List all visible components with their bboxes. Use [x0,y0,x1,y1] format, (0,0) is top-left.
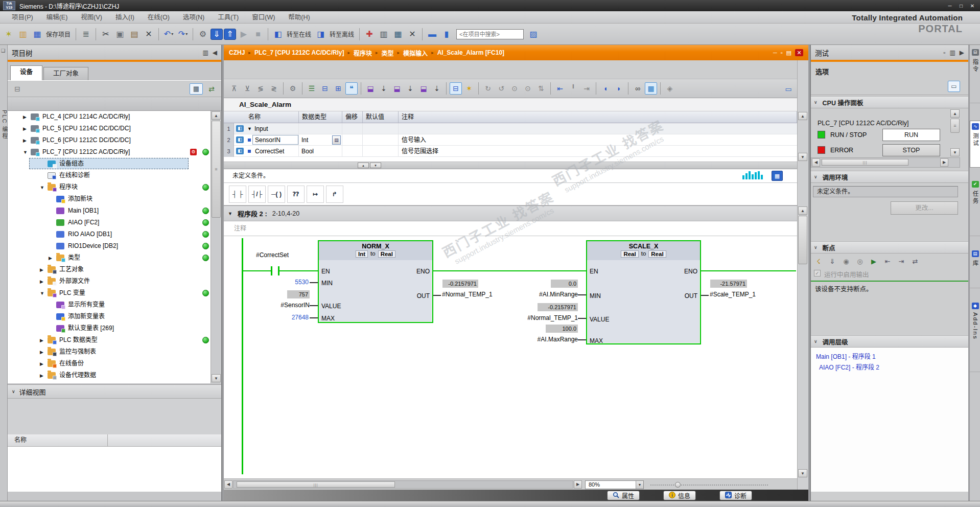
menu-插入I[interactable]: 插入(I) [109,11,141,24]
lad-toolbar-icon-29[interactable]: ╹ [567,82,579,95]
resume-icon[interactable]: ▶ [868,257,879,266]
inspector-tab-info[interactable]: i信息 [663,491,696,500]
lad-toolbar-icon-16[interactable]: ⬓ [417,82,430,95]
splitter-down-icon[interactable]: ▼ [370,163,381,168]
tree-item[interactable]: ▶PLC 数据类型 [8,334,211,346]
run-button[interactable]: RUN [882,129,940,141]
cpu-scroll-right-icon[interactable]: ▶ [940,158,948,167]
tree-item[interactable]: 显示所有变量 [8,299,211,311]
lad-toolbar-icon-23[interactable]: ↺ [495,82,507,95]
menu-项目P[interactable]: 项目(P) [5,11,40,24]
cpu-hscrollbar[interactable]: ◀ ||| ▶ [811,157,960,168]
expander-collapsed-icon[interactable]: ▶ [40,373,43,378]
compile-icon[interactable]: ⚙ [196,28,209,41]
cpu-scroll-thumb[interactable]: ≡ [950,119,960,133]
lad-toolbar-icon-32[interactable]: ◖ [599,82,612,95]
new-project-icon[interactable]: ✶ [2,28,15,41]
cut-icon[interactable]: ✂ [99,28,112,41]
group-expander-icon[interactable]: ▼ [247,123,252,134]
hscroll-thumb[interactable]: ||| [237,481,395,488]
norm-x-block[interactable]: NORM_X Int to Real EN MIN VALUE MAX ENO … [318,240,433,323]
tree-item[interactable]: ▶PLC_6 [CPU 1212C DC/DC/DC] [8,134,211,146]
table-scroll-up-icon[interactable]: ▲ [798,112,807,120]
tree-item[interactable]: ▼PLC_7 [CPU 1212C AC/DC/Rly]⚙ [8,146,211,158]
table-scroll-down-icon[interactable]: ▼ [798,153,807,161]
breadcrumb-item[interactable]: 类型 [382,49,394,57]
lad-toolbar-icon-13[interactable]: ⇣ [378,82,390,95]
norm-x-type-out[interactable]: Real [378,250,395,258]
scroll-up-icon[interactable]: ▲ [212,111,221,120]
undo-button[interactable]: ↶▾ [162,28,175,41]
norm-max-constant[interactable]: 27648 [273,314,309,321]
lad-toolbar-icon-25[interactable]: ⊙ [522,82,534,95]
row-name-input[interactable]: SensorIN [252,135,298,145]
lad-toolbar-icon-9[interactable]: ⊞ [332,82,344,95]
cpu-scroll-left-icon[interactable]: ◀ [812,158,820,167]
section-call-environment[interactable]: ∨调用环境 [811,171,968,183]
breadcrumb-item[interactable]: AI_Scale_Alarm [FC10] [437,49,504,56]
lad-toolbar-icon-22[interactable]: ↻ [482,82,494,95]
scroll-left-icon[interactable]: ◀ [224,480,232,489]
tree-item[interactable]: ▼PLC 变量 [8,287,211,299]
lad-toolbar-icon-3[interactable]: ≷ [268,82,280,95]
tree-item[interactable]: AIAO [FC2] [8,217,211,228]
norm-x-type-in[interactable]: Int [356,250,368,258]
expander-collapsed-icon[interactable]: ▶ [49,256,52,261]
table-splitter[interactable]: ▲ ▼ [224,162,797,169]
menu-帮助H[interactable]: 帮助(H) [282,11,316,24]
section-call-hierarchy[interactable]: ∨调用层级 [811,335,968,348]
maximize-icon[interactable]: □ [956,2,966,10]
ladder-scroll-thumb[interactable] [798,216,807,264]
right-strip-tab-库[interactable]: ▤库 [970,248,980,288]
expander-collapsed-icon[interactable]: ▶ [23,138,27,143]
splitter-up-icon[interactable]: ▲ [358,163,369,168]
lad-toolbar-icon-38[interactable]: ◈ [664,82,676,95]
lad-toolbar-icon-35[interactable]: ∞ [632,82,644,95]
tree-item[interactable]: 设备组态 [8,158,211,170]
column-header-3[interactable]: 偏移量 [342,111,363,123]
lad-toolbar-icon-19[interactable]: ⊟ [450,82,462,95]
zoom-slider[interactable] [650,485,768,486]
tree-item[interactable]: 默认变量表 [269] [8,322,211,334]
menu-工具T[interactable]: 工具(T) [211,11,245,24]
split-editor-vertical-icon[interactable]: ▮ [440,28,453,41]
zoom-slider-thumb[interactable] [675,482,681,488]
tree-item[interactable]: ▼程序块 [8,181,211,193]
network-comment[interactable]: 注释 [224,221,797,236]
tree-tab-plant-objects[interactable]: 工厂对象 [43,67,88,80]
right-strip-tab-测试[interactable]: ∿测试 [970,121,980,168]
step-out-icon[interactable]: ⇄ [909,257,921,266]
change-button[interactable]: 更改... [891,201,958,215]
coil-icon[interactable]: ─( ) [268,186,285,203]
scroll-thumb[interactable]: ≡ [212,121,221,218]
go-online-button[interactable]: ◧ [271,28,285,41]
tree-item[interactable]: 添加新变量表 [8,311,211,322]
tree-item[interactable]: ▶监控与强制表 [8,346,211,358]
enable-breakpoints-icon[interactable]: ☇ [813,257,824,266]
tree-item[interactable]: ▶PLC_5 [CPU 1214C DC/DC/DC] [8,123,211,134]
split-editor-horizontal-icon[interactable]: ▬ [426,28,439,41]
simulation-icon[interactable]: ▦ [391,28,405,41]
inspector-tab-diagnostics[interactable]: 诊断 [719,491,752,500]
save-project-button[interactable]: ▦ [31,28,44,41]
tree-item[interactable]: ▶外部源文件 [8,275,211,287]
lad-toolbar-icon-14[interactable]: ⬓ [391,82,403,95]
empty-box-icon[interactable]: ⁇ [287,186,305,203]
lad-toolbar-icon-28[interactable]: ⇤ [554,82,566,95]
column-header-4[interactable]: 默认值 [363,111,399,123]
column-header-1[interactable]: 名称 [245,111,299,123]
row-comment[interactable]: 信号输入 [402,134,426,146]
open-branch-icon[interactable]: ↦ [307,186,324,203]
expander-expanded-icon[interactable]: ▼ [23,150,28,155]
expander-collapsed-icon[interactable]: ▶ [40,350,43,355]
lad-toolbar-icon-36[interactable]: ▦ [645,82,657,95]
menu-编辑E[interactable]: 编辑(E) [40,11,75,24]
inspector-tab-properties[interactable]: 属性 [607,491,640,500]
maximize-work-area-icon[interactable]: ▭ [782,82,795,96]
lad-toolbar-icon-1[interactable]: ⊻ [241,82,253,95]
delete-icon[interactable]: ✕ [142,28,155,41]
detail-view-header[interactable]: ∨ 详细视图 [8,384,221,399]
network-collapse-icon[interactable]: ▼ [228,211,232,216]
lad-toolbar-icon-10[interactable]: ❝ [345,82,358,95]
cpu-scroll-down-icon[interactable]: ▼ [950,148,960,156]
